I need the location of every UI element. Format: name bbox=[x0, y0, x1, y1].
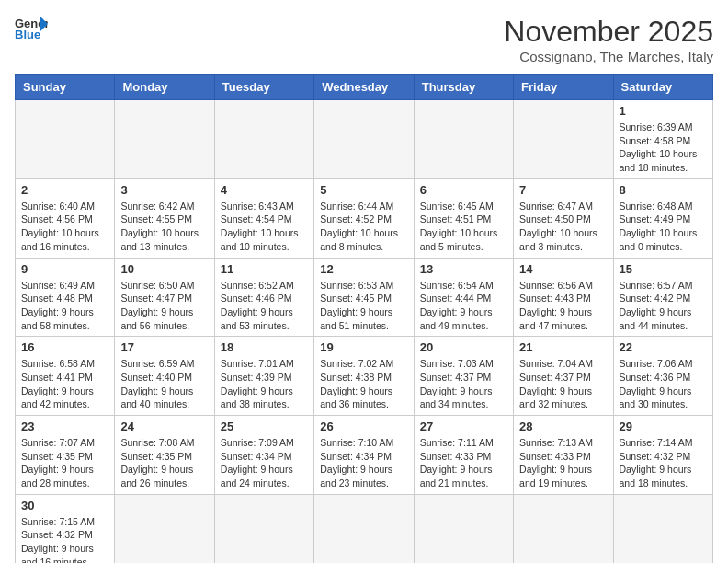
calendar-cell: 6Sunrise: 6:45 AMSunset: 4:51 PMDaylight… bbox=[414, 178, 513, 258]
day-info: Sunrise: 7:07 AMSunset: 4:35 PMDaylight:… bbox=[21, 436, 108, 490]
day-info: Sunrise: 7:13 AMSunset: 4:33 PMDaylight:… bbox=[519, 436, 607, 490]
calendar-cell bbox=[115, 494, 214, 563]
day-number: 26 bbox=[320, 419, 407, 433]
day-number: 30 bbox=[21, 499, 108, 512]
calendar-cell: 19Sunrise: 7:02 AMSunset: 4:38 PMDayligh… bbox=[314, 337, 414, 416]
calendar-week-row: 1Sunrise: 6:39 AMSunset: 4:58 PMDaylight… bbox=[16, 100, 713, 179]
day-number: 11 bbox=[221, 262, 308, 276]
calendar-cell: 16Sunrise: 6:58 AMSunset: 4:41 PMDayligh… bbox=[16, 337, 115, 416]
day-info: Sunrise: 6:42 AMSunset: 4:55 PMDaylight:… bbox=[120, 200, 208, 254]
logo: General Blue bbox=[15, 15, 48, 40]
day-number: 19 bbox=[320, 340, 407, 354]
day-info: Sunrise: 6:43 AMSunset: 4:54 PMDaylight:… bbox=[221, 200, 308, 254]
day-number: 9 bbox=[21, 262, 108, 276]
calendar-cell: 7Sunrise: 6:47 AMSunset: 4:50 PMDaylight… bbox=[514, 178, 613, 258]
weekday-header: Thursday bbox=[414, 75, 513, 100]
day-number: 5 bbox=[320, 183, 407, 197]
day-info: Sunrise: 6:50 AMSunset: 4:47 PMDaylight:… bbox=[120, 279, 208, 333]
calendar-cell: 2Sunrise: 6:40 AMSunset: 4:56 PMDaylight… bbox=[16, 178, 115, 258]
day-info: Sunrise: 6:56 AMSunset: 4:43 PMDaylight:… bbox=[519, 279, 607, 333]
page-header: General Blue November 2025 Cossignano, T… bbox=[15, 15, 713, 64]
calendar-week-row: 2Sunrise: 6:40 AMSunset: 4:56 PMDaylight… bbox=[16, 178, 713, 258]
day-number: 20 bbox=[420, 340, 507, 354]
weekday-header-row: SundayMondayTuesdayWednesdayThursdayFrid… bbox=[16, 75, 713, 100]
calendar-cell bbox=[214, 494, 313, 563]
calendar-cell: 28Sunrise: 7:13 AMSunset: 4:33 PMDayligh… bbox=[514, 416, 613, 495]
day-number: 4 bbox=[221, 183, 308, 197]
day-number: 16 bbox=[21, 340, 108, 354]
calendar-cell bbox=[214, 100, 313, 179]
calendar-cell bbox=[16, 100, 115, 179]
day-number: 24 bbox=[120, 419, 208, 433]
calendar-cell: 24Sunrise: 7:08 AMSunset: 4:35 PMDayligh… bbox=[115, 416, 214, 495]
day-number: 2 bbox=[21, 183, 108, 197]
day-info: Sunrise: 7:08 AMSunset: 4:35 PMDaylight:… bbox=[120, 436, 208, 490]
day-info: Sunrise: 6:39 AMSunset: 4:58 PMDaylight:… bbox=[620, 121, 707, 175]
svg-text:Blue: Blue bbox=[15, 28, 40, 40]
logo-icon: General Blue bbox=[15, 15, 48, 40]
calendar-cell bbox=[414, 494, 513, 563]
day-info: Sunrise: 6:45 AMSunset: 4:51 PMDaylight:… bbox=[420, 200, 507, 254]
calendar-cell: 11Sunrise: 6:52 AMSunset: 4:46 PMDayligh… bbox=[214, 258, 313, 337]
day-number: 18 bbox=[221, 340, 308, 354]
day-number: 27 bbox=[420, 419, 507, 433]
calendar-cell: 20Sunrise: 7:03 AMSunset: 4:37 PMDayligh… bbox=[414, 337, 513, 416]
day-info: Sunrise: 7:10 AMSunset: 4:34 PMDaylight:… bbox=[320, 436, 407, 490]
calendar-cell: 29Sunrise: 7:14 AMSunset: 4:32 PMDayligh… bbox=[613, 416, 712, 495]
calendar-cell: 15Sunrise: 6:57 AMSunset: 4:42 PMDayligh… bbox=[613, 258, 712, 337]
weekday-header: Monday bbox=[115, 75, 214, 100]
calendar-cell: 8Sunrise: 6:48 AMSunset: 4:49 PMDaylight… bbox=[613, 178, 712, 258]
calendar-cell bbox=[115, 100, 214, 179]
day-info: Sunrise: 7:09 AMSunset: 4:34 PMDaylight:… bbox=[221, 436, 308, 490]
day-info: Sunrise: 7:01 AMSunset: 4:39 PMDaylight:… bbox=[221, 357, 308, 411]
day-number: 28 bbox=[519, 419, 607, 433]
day-info: Sunrise: 7:14 AMSunset: 4:32 PMDaylight:… bbox=[620, 436, 707, 490]
calendar-cell bbox=[613, 494, 712, 563]
day-number: 29 bbox=[620, 419, 707, 433]
calendar-cell: 25Sunrise: 7:09 AMSunset: 4:34 PMDayligh… bbox=[214, 416, 313, 495]
day-number: 21 bbox=[519, 340, 607, 354]
day-number: 14 bbox=[519, 262, 607, 276]
calendar-cell: 4Sunrise: 6:43 AMSunset: 4:54 PMDaylight… bbox=[214, 178, 313, 258]
calendar-week-row: 23Sunrise: 7:07 AMSunset: 4:35 PMDayligh… bbox=[16, 416, 713, 495]
weekday-header: Wednesday bbox=[314, 75, 414, 100]
calendar-cell: 12Sunrise: 6:53 AMSunset: 4:45 PMDayligh… bbox=[314, 258, 414, 337]
calendar-cell: 27Sunrise: 7:11 AMSunset: 4:33 PMDayligh… bbox=[414, 416, 513, 495]
day-number: 12 bbox=[320, 262, 407, 276]
day-info: Sunrise: 7:15 AMSunset: 4:32 PMDaylight:… bbox=[21, 515, 108, 563]
calendar-cell: 14Sunrise: 6:56 AMSunset: 4:43 PMDayligh… bbox=[514, 258, 613, 337]
calendar-cell bbox=[314, 100, 414, 179]
calendar-week-row: 9Sunrise: 6:49 AMSunset: 4:48 PMDaylight… bbox=[16, 258, 713, 337]
day-info: Sunrise: 6:48 AMSunset: 4:49 PMDaylight:… bbox=[620, 200, 707, 254]
day-info: Sunrise: 6:52 AMSunset: 4:46 PMDaylight:… bbox=[221, 279, 308, 333]
calendar-week-row: 30Sunrise: 7:15 AMSunset: 4:32 PMDayligh… bbox=[16, 494, 713, 563]
day-info: Sunrise: 6:40 AMSunset: 4:56 PMDaylight:… bbox=[21, 200, 108, 254]
day-info: Sunrise: 6:58 AMSunset: 4:41 PMDaylight:… bbox=[21, 357, 108, 411]
day-info: Sunrise: 7:11 AMSunset: 4:33 PMDaylight:… bbox=[420, 436, 507, 490]
calendar-cell: 21Sunrise: 7:04 AMSunset: 4:37 PMDayligh… bbox=[514, 337, 613, 416]
calendar-cell: 10Sunrise: 6:50 AMSunset: 4:47 PMDayligh… bbox=[115, 258, 214, 337]
day-info: Sunrise: 6:59 AMSunset: 4:40 PMDaylight:… bbox=[120, 357, 208, 411]
day-info: Sunrise: 6:54 AMSunset: 4:44 PMDaylight:… bbox=[420, 279, 507, 333]
calendar-cell bbox=[414, 100, 513, 179]
weekday-header: Sunday bbox=[16, 75, 115, 100]
calendar-cell: 26Sunrise: 7:10 AMSunset: 4:34 PMDayligh… bbox=[314, 416, 414, 495]
calendar-cell bbox=[514, 100, 613, 179]
day-number: 7 bbox=[519, 183, 607, 197]
day-number: 8 bbox=[620, 183, 707, 197]
weekday-header: Friday bbox=[514, 75, 613, 100]
day-number: 17 bbox=[120, 340, 208, 354]
day-info: Sunrise: 6:47 AMSunset: 4:50 PMDaylight:… bbox=[519, 200, 607, 254]
calendar-cell: 9Sunrise: 6:49 AMSunset: 4:48 PMDaylight… bbox=[16, 258, 115, 337]
day-number: 23 bbox=[21, 419, 108, 433]
day-info: Sunrise: 7:02 AMSunset: 4:38 PMDaylight:… bbox=[320, 357, 407, 411]
calendar-cell: 5Sunrise: 6:44 AMSunset: 4:52 PMDaylight… bbox=[314, 178, 414, 258]
day-info: Sunrise: 6:44 AMSunset: 4:52 PMDaylight:… bbox=[320, 200, 407, 254]
calendar-table: SundayMondayTuesdayWednesdayThursdayFrid… bbox=[15, 74, 713, 563]
day-number: 3 bbox=[120, 183, 208, 197]
day-number: 13 bbox=[420, 262, 507, 276]
calendar-subtitle: Cossignano, The Marches, Italy bbox=[504, 49, 713, 64]
day-number: 1 bbox=[620, 104, 707, 118]
calendar-cell: 23Sunrise: 7:07 AMSunset: 4:35 PMDayligh… bbox=[16, 416, 115, 495]
calendar-cell: 22Sunrise: 7:06 AMSunset: 4:36 PMDayligh… bbox=[613, 337, 712, 416]
